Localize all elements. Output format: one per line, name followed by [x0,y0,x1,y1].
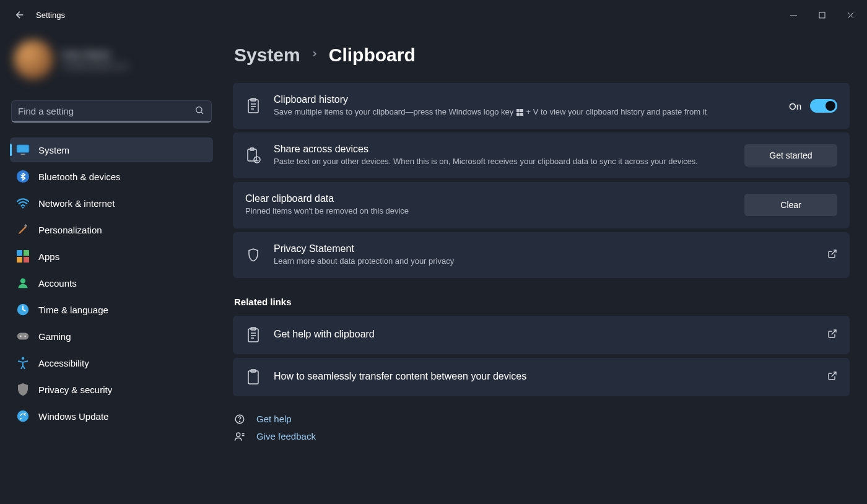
clipboard-history-toggle[interactable] [810,99,837,113]
get-help-link[interactable]: Get help [234,414,850,425]
profile-block[interactable]: User Name user@example.com [10,35,213,88]
sidebar-item-label: Gaming [38,331,71,342]
svg-point-18 [20,336,22,337]
card-clipboard-history: Clipboard history Save multiple items to… [233,83,850,129]
sidebar-item-label: Apps [38,251,59,262]
card-share-devices: Share across devices Paste text on your … [233,133,850,178]
sidebar-item-label: Accounts [38,278,77,289]
svg-point-38 [239,421,240,422]
profile-name: User Name [62,49,128,59]
sidebar-item-time-language[interactable]: Time & language [10,297,213,322]
sidebar-item-accessibility[interactable]: Accessibility [10,350,213,375]
search-wrap [11,100,212,123]
window-title: Settings [36,11,65,20]
card-clear-clipboard: Clear clipboard data Pinned items won't … [233,182,850,228]
card-transfer-content[interactable]: How to seamlessly transfer content betwe… [233,358,850,396]
svg-rect-11 [17,250,22,256]
card-title: Clipboard history [274,94,777,105]
gamepad-icon [16,329,30,343]
svg-point-21 [17,411,28,422]
titlebar: Settings [0,0,867,30]
maximize-button[interactable] [808,5,836,25]
svg-rect-35 [248,371,258,384]
avatar [14,40,53,79]
wifi-icon [16,196,30,210]
svg-rect-17 [17,333,28,340]
sidebar-item-bluetooth[interactable]: Bluetooth & devices [10,164,213,189]
svg-point-15 [20,279,25,284]
sidebar-item-gaming[interactable]: Gaming [10,324,213,349]
window-controls [779,5,865,25]
svg-rect-1 [819,12,825,18]
svg-rect-27 [248,149,256,161]
card-desc: Learn more about data protection and you… [274,256,720,267]
apps-icon [16,250,30,263]
sidebar-item-privacy[interactable]: Privacy & security [10,377,213,402]
sidebar-item-windows-update[interactable]: Windows Update [10,404,213,428]
give-feedback-link[interactable]: Give feedback [234,431,850,442]
help-icon [234,414,245,425]
sidebar-item-network[interactable]: Network & internet [10,191,213,215]
footer-links: Get help Give feedback [233,414,850,442]
nav: System Bluetooth & devices Network & int… [10,137,213,428]
minimize-button[interactable] [779,5,808,25]
sidebar: User Name user@example.com System Blue [0,30,223,504]
card-title: Privacy Statement [274,243,815,254]
card-title: Share across devices [274,144,732,155]
sidebar-item-label: System [38,145,69,155]
clock-icon [16,303,30,316]
svg-rect-6 [17,145,29,153]
search-input[interactable] [11,100,212,123]
sidebar-item-personalization[interactable]: Personalization [10,217,213,242]
svg-rect-7 [20,154,25,155]
svg-rect-12 [24,250,29,256]
shield-icon [16,383,30,396]
open-external-icon [827,329,837,341]
svg-point-29 [254,157,260,163]
card-desc: Paste text on your other devices. When t… [274,156,720,167]
main-pane: System Clipboard Clipboard history Save … [223,30,867,504]
shield-outline-icon [245,248,261,263]
clipboard-empty-icon [245,369,261,385]
sidebar-item-apps[interactable]: Apps [10,244,213,269]
sidebar-item-accounts[interactable]: Accounts [10,271,213,295]
arrow-left-icon [14,9,25,20]
clipboard-icon [245,327,261,343]
sidebar-item-label: Personalization [38,225,102,235]
card-help-clipboard[interactable]: Get help with clipboard [233,316,850,354]
card-desc: Save multiple items to your clipboard—pr… [274,106,720,118]
svg-rect-13 [17,257,22,263]
clear-button[interactable]: Clear [744,194,837,216]
breadcrumb-parent[interactable]: System [234,45,300,66]
toggle-label: On [789,101,801,111]
card-desc: Pinned items won't be removed on this de… [245,206,691,217]
maximize-icon [819,12,826,19]
svg-point-39 [237,433,240,437]
open-external-icon [827,249,837,261]
sidebar-item-label: Accessibility [38,358,89,368]
person-icon [16,276,30,290]
svg-rect-10 [24,224,27,227]
search-icon [194,105,204,118]
sidebar-item-label: Privacy & security [38,385,112,395]
sidebar-item-label: Bluetooth & devices [38,172,121,182]
feedback-icon [234,431,245,442]
clipboard-sync-icon [245,147,261,163]
close-button[interactable] [836,5,865,25]
svg-point-19 [24,336,26,337]
sidebar-item-system[interactable]: System [10,137,213,162]
card-title: How to seamlessly transfer content betwe… [274,371,815,382]
card-title: Clear clipboard data [245,193,732,204]
sidebar-item-label: Time & language [38,305,108,315]
brush-icon [16,223,30,237]
card-privacy-statement[interactable]: Privacy Statement Learn more about data … [233,232,850,278]
breadcrumb-current: Clipboard [329,45,416,66]
open-external-icon [827,371,837,383]
breadcrumb: System Clipboard [233,45,850,66]
back-button[interactable] [12,7,27,22]
sidebar-item-label: Windows Update [38,411,108,422]
get-started-button[interactable]: Get started [744,144,837,167]
svg-point-20 [22,357,25,360]
link-label: Get help [256,414,292,424]
clipboard-icon [245,98,261,114]
